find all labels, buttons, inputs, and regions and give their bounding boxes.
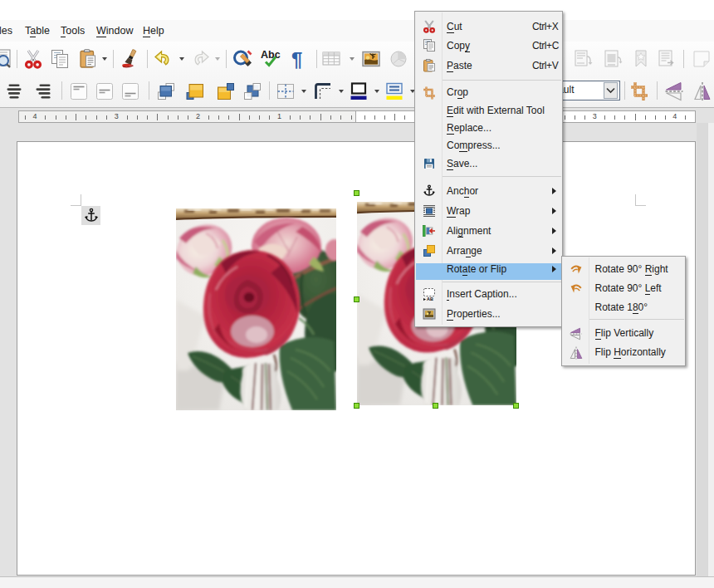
svg-text:Abc: Abc bbox=[261, 49, 281, 61]
svg-text:¶: ¶ bbox=[291, 49, 302, 69]
svg-text:AB: AB bbox=[427, 296, 433, 301]
